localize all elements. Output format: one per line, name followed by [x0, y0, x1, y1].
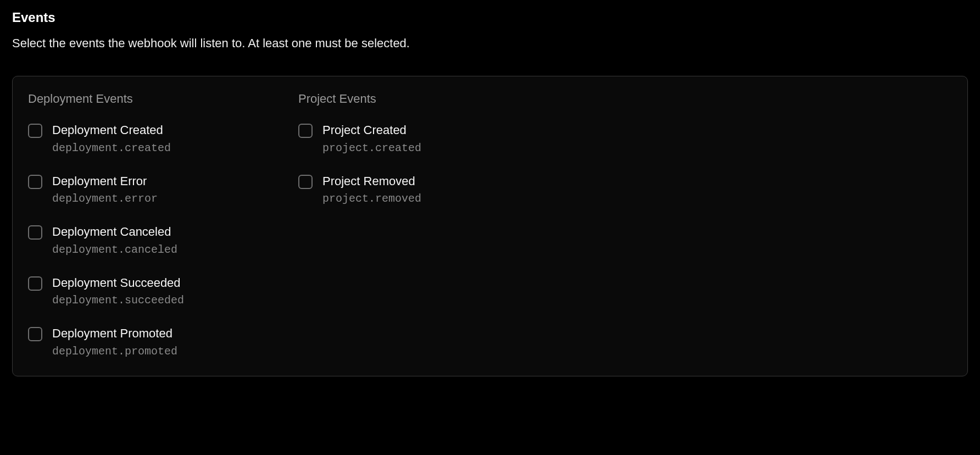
checkbox[interactable] — [28, 327, 42, 341]
event-label: Deployment Error — [52, 174, 158, 190]
event-item[interactable]: Deployment Succeededdeployment.succeeded — [28, 275, 298, 308]
group-heading: Deployment Events — [28, 92, 298, 106]
checkbox[interactable] — [28, 225, 42, 240]
event-slug: deployment.canceled — [52, 243, 177, 257]
section-title: Events — [12, 10, 968, 25]
event-label: Deployment Canceled — [52, 224, 177, 240]
event-item[interactable]: Deployment Promoteddeployment.promoted — [28, 326, 298, 358]
event-text: Deployment Errordeployment.error — [52, 174, 158, 206]
event-label: Project Removed — [322, 174, 421, 190]
events-panel: Deployment EventsDeployment Createddeplo… — [12, 76, 968, 376]
event-item[interactable]: Project Createdproject.created — [298, 123, 952, 155]
event-group-deployment: Deployment EventsDeployment Createddeplo… — [28, 92, 298, 358]
event-slug: project.removed — [322, 192, 421, 206]
event-item[interactable]: Deployment Createddeployment.created — [28, 123, 298, 155]
event-text: Deployment Createddeployment.created — [52, 123, 171, 155]
event-text: Project Removedproject.removed — [322, 174, 421, 206]
event-text: Project Createdproject.created — [322, 123, 421, 155]
event-slug: deployment.created — [52, 142, 171, 155]
event-text: Deployment Canceleddeployment.canceled — [52, 224, 177, 257]
group-heading: Project Events — [298, 92, 952, 106]
event-text: Deployment Promoteddeployment.promoted — [52, 326, 177, 358]
event-text: Deployment Succeededdeployment.succeeded — [52, 275, 184, 308]
event-item[interactable]: Project Removedproject.removed — [298, 174, 952, 206]
event-label: Project Created — [322, 123, 421, 138]
event-label: Deployment Succeeded — [52, 275, 184, 291]
section-subtitle: Select the events the webhook will liste… — [12, 36, 968, 51]
checkbox[interactable] — [28, 276, 42, 291]
event-group-project: Project EventsProject Createdproject.cre… — [298, 92, 952, 358]
checkbox[interactable] — [28, 124, 42, 138]
event-slug: deployment.promoted — [52, 345, 177, 358]
event-label: Deployment Created — [52, 123, 171, 138]
event-label: Deployment Promoted — [52, 326, 177, 342]
checkbox[interactable] — [28, 175, 42, 189]
event-item[interactable]: Deployment Errordeployment.error — [28, 174, 298, 206]
event-slug: deployment.error — [52, 192, 158, 206]
event-slug: project.created — [322, 142, 421, 155]
checkbox[interactable] — [298, 124, 313, 138]
event-item[interactable]: Deployment Canceleddeployment.canceled — [28, 224, 298, 257]
checkbox[interactable] — [298, 175, 313, 189]
event-slug: deployment.succeeded — [52, 294, 184, 307]
